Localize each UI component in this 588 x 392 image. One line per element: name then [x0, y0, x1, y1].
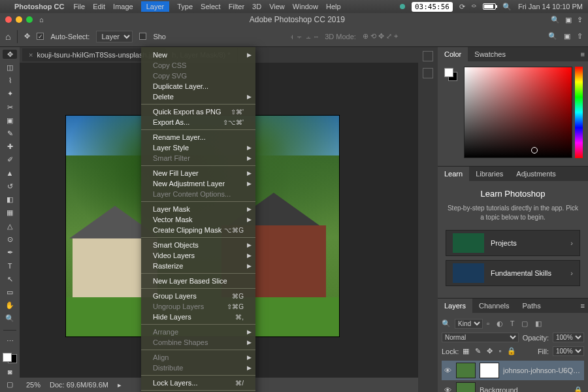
auto-select-checkbox[interactable]: [37, 33, 44, 40]
menu-item-delete[interactable]: Delete▶: [141, 91, 255, 102]
auto-select-dropdown[interactable]: Layer: [96, 31, 133, 42]
workspace-icon[interactable]: ▣: [565, 16, 572, 24]
home-icon[interactable]: ⌂: [39, 16, 44, 24]
tab-libraries[interactable]: Libraries: [469, 167, 510, 181]
menubar-filter[interactable]: Filter: [229, 3, 244, 10]
lock-icons[interactable]: ▦ ✎ ✥ ▫ 🔒: [463, 347, 518, 355]
menubar-image[interactable]: Image: [113, 3, 133, 10]
menu-item-new-adjustment-layer[interactable]: New Adjustment Layer▶: [141, 178, 255, 189]
share-icon[interactable]: ⇪: [577, 16, 583, 24]
fill-input[interactable]: 100%: [553, 346, 584, 356]
menu-item-new[interactable]: New▶: [141, 50, 255, 60]
sync-icon[interactable]: ⟳: [459, 3, 465, 11]
quick-mask[interactable]: ◙: [3, 367, 17, 376]
blur-tool[interactable]: △: [3, 221, 17, 231]
menubar-window[interactable]: Window: [293, 3, 318, 10]
menubar-type[interactable]: Type: [177, 3, 193, 10]
tab-color[interactable]: Color: [438, 47, 468, 61]
color-swatches[interactable]: [3, 353, 17, 363]
menu-item-new-layer-based-slice[interactable]: New Layer Based Slice: [141, 276, 255, 286]
menu-item-create-clipping-mask[interactable]: Create Clipping Mask⌥⌘G: [141, 225, 255, 235]
home-button[interactable]: ⌂: [5, 31, 10, 42]
move-tool-icon[interactable]: ✥: [24, 32, 30, 41]
tab-swatches[interactable]: Swatches: [468, 47, 512, 61]
app-name[interactable]: Photoshop CC: [14, 3, 64, 10]
search-icon[interactable]: 🔍: [548, 32, 557, 41]
share-icon[interactable]: ⇧: [577, 32, 583, 41]
menu-item-layer-style[interactable]: Layer Style▶: [141, 142, 255, 153]
tab-layers[interactable]: Layers: [438, 299, 472, 313]
visibility-icon[interactable]: 👁: [443, 386, 452, 392]
record-icon[interactable]: [400, 4, 405, 9]
move-tool[interactable]: ✥: [3, 50, 17, 59]
menu-item-video-layers[interactable]: Video Layers▶: [141, 250, 255, 261]
eyedropper-tool[interactable]: ✎: [3, 129, 17, 138]
menu-item-group-layers[interactable]: Group Layers⌘G: [141, 291, 255, 301]
menu-item-duplicate-layer-[interactable]: Duplicate Layer...: [141, 81, 255, 91]
menu-item-vector-mask[interactable]: Vector Mask▶: [141, 214, 255, 225]
dock-icon[interactable]: [423, 68, 433, 78]
brush-tool[interactable]: ✐: [3, 155, 17, 165]
hand-tool[interactable]: ✋: [3, 301, 17, 310]
menubar-select[interactable]: Select: [201, 3, 221, 10]
menu-item-rename-layer-[interactable]: Rename Layer...: [141, 132, 255, 142]
marquee-tool[interactable]: ◫: [3, 63, 17, 72]
history-brush-tool[interactable]: ↺: [3, 182, 17, 191]
menubar-3d[interactable]: 3D: [252, 3, 261, 10]
3d-icons[interactable]: ⊕ ⟲ ✥ ⤢ ⌖: [363, 32, 398, 41]
menu-item-lock-layers-[interactable]: Lock Layers...⌘/: [141, 378, 255, 388]
zoom-icon[interactable]: [26, 16, 33, 23]
layer-item[interactable]: 👁johnson-johnson-U6Q6zVDgmSs-unsplash: [442, 361, 584, 380]
status-arrow-icon[interactable]: ▸: [118, 381, 122, 389]
screen-mode[interactable]: ▢: [3, 380, 17, 389]
kind-filter[interactable]: Kind: [455, 319, 483, 329]
close-icon[interactable]: [5, 16, 12, 23]
learn-item-projects[interactable]: Projects ›: [446, 230, 580, 256]
edit-toolbar[interactable]: ⋯: [3, 337, 17, 346]
blend-mode[interactable]: Normal: [442, 333, 519, 342]
menu-item-layer-mask[interactable]: Layer Mask▶: [141, 204, 255, 214]
color-field[interactable]: [464, 67, 572, 158]
fg-bg-color[interactable]: [444, 68, 457, 81]
menubar-help[interactable]: Help: [326, 3, 341, 10]
eraser-tool[interactable]: ◧: [3, 195, 17, 204]
tab-paths[interactable]: Paths: [516, 299, 547, 313]
filter-icons[interactable]: ▫ ◐ T ▢ ◧: [487, 319, 544, 328]
opacity-input[interactable]: 100%: [553, 333, 584, 342]
zoom-level[interactable]: 25%: [26, 381, 41, 389]
stamp-tool[interactable]: ▲: [3, 169, 17, 178]
search-icon[interactable]: 🔍: [551, 16, 560, 24]
doc-size[interactable]: Doc: 69.6M/69.6M: [50, 381, 108, 389]
crop-tool[interactable]: ✂: [3, 103, 17, 112]
align-icons[interactable]: ⫞ ⫟ ⫠ ⋯: [290, 33, 318, 41]
gradient-tool[interactable]: ▦: [3, 208, 17, 218]
panel-menu-icon[interactable]: ≡: [578, 299, 588, 313]
menu-item-rasterize[interactable]: Rasterize▶: [141, 261, 255, 271]
menu-item-smart-objects[interactable]: Smart Objects▶: [141, 240, 255, 250]
menubar-file[interactable]: File: [73, 3, 85, 10]
menubar-layer[interactable]: Layer: [141, 1, 170, 12]
minimize-icon[interactable]: [16, 16, 22, 23]
lasso-tool[interactable]: ⌇: [3, 76, 17, 85]
clock[interactable]: Fri Jan 14 10:10 PM: [518, 3, 583, 10]
pen-tool[interactable]: ✒: [3, 248, 17, 257]
wifi-icon[interactable]: ⌔: [472, 3, 476, 10]
healing-tool[interactable]: ✚: [3, 142, 17, 152]
zoom-tool[interactable]: 🔍: [3, 314, 17, 323]
shape-tool[interactable]: ▭: [3, 287, 17, 297]
tab-learn[interactable]: Learn: [438, 167, 469, 181]
learn-item-fundamental[interactable]: Fundamental Skills ›: [446, 260, 580, 286]
dodge-tool[interactable]: ⊙: [3, 235, 17, 244]
path-tool[interactable]: ↖: [3, 274, 17, 284]
layer-item[interactable]: 👁Background🔒: [442, 380, 584, 392]
spotlight-icon[interactable]: 🔍: [502, 3, 512, 11]
quick-select-tool[interactable]: ✦: [3, 90, 17, 99]
visibility-icon[interactable]: 👁: [443, 367, 452, 374]
menu-item-quick-export-as-png[interactable]: Quick Export as PNG⇧⌘': [141, 106, 255, 117]
dock-icon[interactable]: [423, 51, 433, 61]
menu-item-export-as-[interactable]: Export As...⇧⌥⌘': [141, 117, 255, 127]
panel-menu-icon[interactable]: ≡: [578, 47, 588, 61]
frame-tool[interactable]: ▣: [3, 116, 17, 125]
arrange-icon[interactable]: ▣: [564, 32, 570, 41]
menubar-edit[interactable]: Edit: [93, 3, 105, 10]
